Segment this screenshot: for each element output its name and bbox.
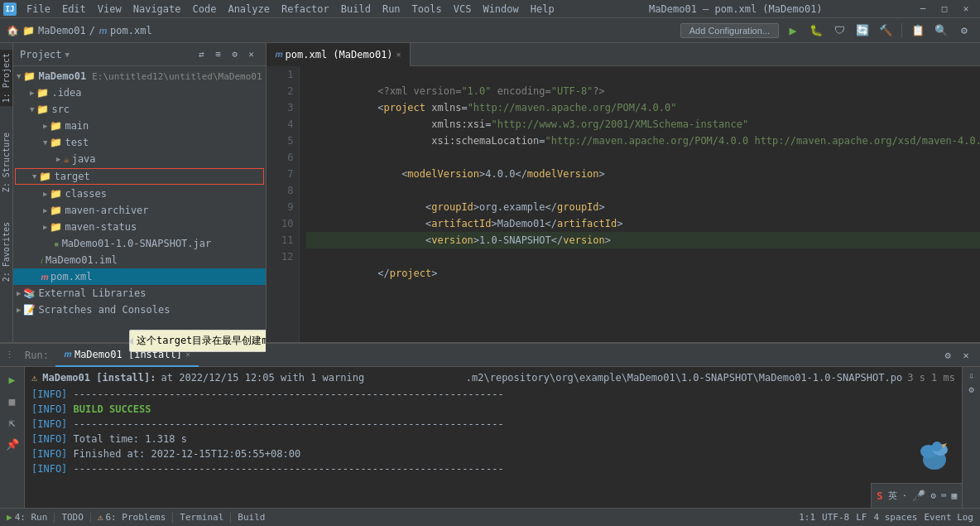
menu-analyze[interactable]: Analyze xyxy=(223,2,275,17)
tree-item-idea[interactable]: ▶ 📁 .idea xyxy=(13,84,266,101)
pin-tab-button[interactable]: 📌 xyxy=(3,435,22,453)
divider xyxy=(54,513,55,523)
run-button[interactable]: ▶ xyxy=(784,22,802,40)
im-mic-icon: 🎤 xyxy=(912,490,925,502)
menu-vcs[interactable]: VCS xyxy=(449,2,477,17)
menu-code[interactable]: Code xyxy=(188,2,222,17)
tree-item-external-libs[interactable]: ▶ 📚 External Libraries xyxy=(13,285,266,302)
menu-tools[interactable]: Tools xyxy=(407,2,447,17)
svg-point-3 xyxy=(932,442,942,451)
debug-button[interactable]: 🐛 xyxy=(807,22,825,40)
status-bar-left: ▶ 4: Run TODO ⚠ 6: Problems Terminal Bui… xyxy=(7,512,265,523)
im-settings-button[interactable]: ⚙ xyxy=(930,490,936,501)
breadcrumb-file: pom.xml xyxy=(110,25,152,36)
im-punctuation-button[interactable]: · xyxy=(902,490,908,501)
hide-panel-button[interactable]: ✕ xyxy=(244,47,259,62)
settings-run-button[interactable]: ⚙ xyxy=(940,348,955,363)
indent-label: 4 spaces xyxy=(873,512,917,523)
coverage-button[interactable]: 🛡 xyxy=(830,22,848,40)
restore-layout-button[interactable]: ⇱ xyxy=(3,413,22,432)
minimize-button[interactable]: ─ xyxy=(912,0,934,18)
tree-item-iml[interactable]: 𝑖 MaDemo01.iml xyxy=(13,252,266,268)
menu-window[interactable]: Window xyxy=(478,2,523,17)
terminal-status-tab[interactable]: Terminal xyxy=(180,512,223,523)
run-panel-content: ▶ ■ ⇱ 📌 ⚠ MaDemo01 [install]: at 2022/12… xyxy=(0,367,980,508)
collapse-all-button[interactable]: ≡ xyxy=(211,47,226,62)
run-output-line-5: [INFO] Finished at: 2022-12-15T12:05:55+… xyxy=(31,446,955,461)
tree-item-maven-archiver[interactable]: ▶ 📁 maven-archiver xyxy=(13,202,266,219)
settings-button[interactable]: ⚙ xyxy=(955,22,973,40)
menu-build[interactable]: Build xyxy=(336,2,376,17)
rerun-button[interactable]: ▶ xyxy=(3,370,22,388)
run-status-tab[interactable]: ▶ 4: Run xyxy=(7,512,47,523)
add-configuration-button[interactable]: Add Configuration... xyxy=(680,23,779,38)
run-output-header: ⚠ MaDemo01 [install]: at 2022/12/15 12:0… xyxy=(31,370,955,387)
im-more-button[interactable]: ▦ xyxy=(951,490,957,501)
project-nav-link[interactable]: 🏠 xyxy=(7,25,19,36)
sidebar-item-structure[interactable]: Z: Structure xyxy=(0,129,12,195)
tree-item-mademo01[interactable]: ▼ 📁 MaDemo01 E:\untitled12\untitled\MaDe… xyxy=(13,68,266,84)
run-scroll-button[interactable]: ⇩ xyxy=(968,370,974,381)
menu-bar: IJ File Edit View Navigate Code Analyze … xyxy=(0,0,980,18)
window-title: MaDemo01 – pom.xml (MaDemo01) xyxy=(561,3,910,15)
settings-project-button[interactable]: ⚙ xyxy=(228,47,243,62)
bottom-panel: ⋮ Run: 𝙢 MaDemo01 [install] ✕ ⚙ ✕ ▶ ■ ⇱ … xyxy=(0,342,980,508)
tree-item-jar[interactable]: ▪ MaDemo01-1.0-SNAPSHOT.jar xyxy=(13,235,266,252)
sidebar-item-project[interactable]: 1: Project xyxy=(0,50,12,106)
im-lang-indicator: 英 xyxy=(888,490,897,502)
run-output-line-2: [INFO] BUILD SUCCESS xyxy=(31,402,955,417)
todo-status-tab[interactable]: TODO xyxy=(61,512,84,523)
menu-view[interactable]: View xyxy=(93,2,127,17)
tree-item-pom[interactable]: 𝙢 pom.xml xyxy=(13,268,266,285)
editor-tab-pom[interactable]: 𝙢 pom.xml (MaDemo01) ✕ xyxy=(267,43,411,66)
tree-item-java[interactable]: ▶ ☕ java xyxy=(13,151,266,167)
tree-item-maven-status[interactable]: ▶ 📁 maven-status xyxy=(13,219,266,235)
menu-navigate[interactable]: Navigate xyxy=(128,2,186,17)
tree-item-test[interactable]: ▼ 📁 test xyxy=(13,134,266,151)
run-tab-icon: 𝙢 xyxy=(64,349,71,360)
divider4 xyxy=(230,513,231,523)
tree-item-main[interactable]: ▶ 📁 main xyxy=(13,118,266,134)
search-everywhere-button[interactable]: 🔍 xyxy=(932,22,950,40)
run-time: 3 s 1 ms xyxy=(907,372,955,384)
stop-button[interactable]: ■ xyxy=(3,392,22,410)
problems-status-tab[interactable]: ⚠ 6: Problems xyxy=(98,512,166,523)
iml-file-icon: 𝑖 xyxy=(41,255,43,266)
tree-item-target[interactable]: ▼ 📁 target xyxy=(15,168,264,185)
sync-button[interactable]: ⇄ xyxy=(195,47,209,62)
menu-file[interactable]: File xyxy=(22,2,55,17)
app-icon: IJ xyxy=(3,2,17,16)
status-bar-right: 1:1 UTF-8 LF 4 spaces Event Log xyxy=(799,512,973,523)
build-status-tab[interactable]: Build xyxy=(238,512,265,523)
tree-item-src[interactable]: ▼ 📁 src xyxy=(13,101,266,118)
project-panel-title: Project ▼ xyxy=(20,49,70,60)
code-line-12: </project> xyxy=(306,249,980,265)
build-button[interactable]: 🔨 xyxy=(877,22,895,40)
breadcrumb-project: 📁 xyxy=(22,25,35,36)
tree-item-classes[interactable]: ▶ 📁 classes xyxy=(13,186,266,202)
sidebar-item-favorites[interactable]: 2: Favorites xyxy=(0,219,12,285)
tooltip: 这个target目录在最早创建maven项目的时候可能没有 xyxy=(129,330,266,352)
vcs-button[interactable]: 📋 xyxy=(909,22,927,40)
project-path-label: E:\untitled12\untitled\MaDemo01 xyxy=(92,71,262,82)
run-filter-button[interactable]: ⚙ xyxy=(968,384,974,395)
maximize-button[interactable]: □ xyxy=(934,0,955,18)
java-folder-icon: ☕ xyxy=(63,153,69,165)
profile-button[interactable]: 🔄 xyxy=(853,22,872,40)
run-sidebar-handle[interactable]: ⋮ xyxy=(0,350,18,360)
im-logo: S xyxy=(877,490,882,502)
im-keyboard-button[interactable]: ⌨ xyxy=(941,490,947,501)
menu-refactor[interactable]: Refactor xyxy=(276,2,334,17)
menu-help[interactable]: Help xyxy=(526,2,560,17)
tree-item-scratches[interactable]: ▶ 📝 Scratches and Consoles xyxy=(13,302,266,318)
menu-edit[interactable]: Edit xyxy=(57,2,91,17)
close-panel-button[interactable]: ✕ xyxy=(958,348,973,363)
menu-run[interactable]: Run xyxy=(377,2,406,17)
event-log-button[interactable]: Event Log xyxy=(924,512,973,523)
ext-libs-icon: 📚 xyxy=(23,287,36,299)
tab-close-button[interactable]: ✕ xyxy=(396,50,401,59)
toolbar-left: 🏠 📁 MaDemo01 / 𝙢 pom.xml xyxy=(7,25,152,36)
src-folder-icon: 📁 xyxy=(36,104,49,115)
close-button[interactable]: ✕ xyxy=(955,0,977,18)
tab-xml-icon: 𝙢 xyxy=(275,49,282,60)
